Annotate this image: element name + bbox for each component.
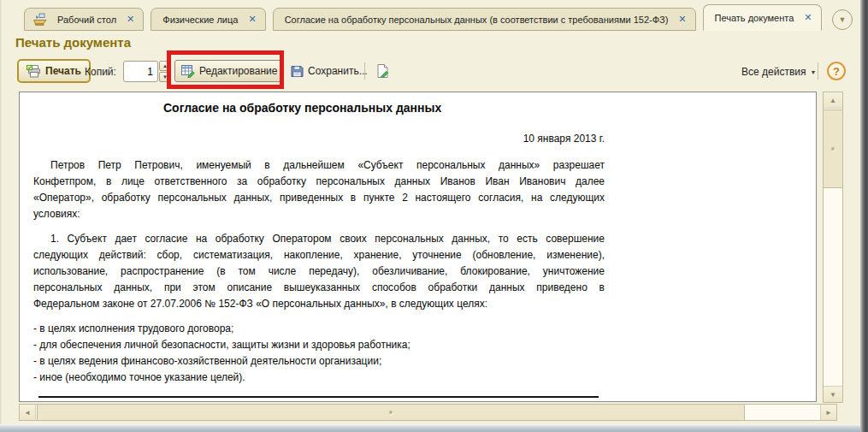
help-button[interactable]: ? (827, 62, 846, 80)
vertical-scrollbar[interactable]: ▲ ▼ (823, 92, 843, 403)
tab-individuals[interactable]: Физические лица ✕ (151, 8, 265, 31)
document-paragraph: Петров Петр Петрович, именуемый в дальне… (33, 157, 816, 222)
document-paragraph: 1. Субъект дает согласие на обработку Оп… (33, 231, 816, 312)
close-icon[interactable]: ✕ (126, 15, 135, 24)
signature-line (38, 396, 599, 398)
toolbar-separator (818, 62, 818, 80)
paragraph-line: «Оператор», обработку персональных данны… (33, 190, 605, 206)
chevron-down-icon: ▼ (810, 69, 816, 75)
document-edit-icon-button[interactable] (370, 60, 393, 82)
page-title: Печать документа (15, 35, 131, 50)
edit-button-label: Редактирование (199, 65, 277, 77)
list-item: - в целях исполнения трудового договора; (33, 321, 816, 337)
vertical-scroll-thumb[interactable] (824, 109, 842, 188)
document-date: 10 января 2013 г. (33, 133, 605, 145)
tab-label: Согласие на обработку персональных данны… (281, 15, 672, 25)
document-preview[interactable]: Согласие на обработку персональных данны… (19, 92, 817, 402)
printer-icon (27, 65, 41, 78)
tab-label: Печать документа (712, 13, 798, 23)
paragraph-line: условиях: (33, 206, 605, 222)
close-icon[interactable]: ✕ (247, 15, 257, 24)
page-pencil-icon (375, 64, 389, 78)
table-edit-icon (181, 64, 195, 78)
tab-print-document[interactable]: Печать документа ✕ (703, 4, 822, 31)
paragraph-line: персональных данных, при этом описание в… (33, 280, 605, 296)
horizontal-scroll-thumb[interactable] (37, 405, 745, 420)
paragraph-line: Конфетпром, в лице ответственного за обр… (33, 174, 605, 190)
copies-label: Копий: (85, 66, 116, 78)
paragraph-line: Петров Петр Петрович, именуемый в дальне… (33, 157, 605, 174)
spin-up-button[interactable]: ▲ (159, 61, 171, 71)
all-actions-button[interactable]: Все действия ▼ (741, 63, 816, 80)
tab-label: Рабочий стол (54, 15, 120, 25)
close-icon[interactable]: ✕ (677, 15, 687, 24)
question-icon: ? (833, 65, 840, 78)
edit-button[interactable]: Редактирование (174, 60, 284, 82)
scroll-up-button[interactable]: ▲ (824, 92, 842, 109)
window-right-edge (860, 0, 868, 432)
floppy-save-icon (291, 65, 304, 78)
tab-label: Физические лица (159, 15, 241, 25)
toolbar-separator (364, 62, 365, 80)
print-button-label: Печать (45, 65, 81, 77)
list-item: - иное (необходимо точное указание целей… (33, 370, 816, 386)
window-left-edge (0, 0, 2, 424)
horizontal-scrollbar[interactable]: ◄ ► (19, 404, 837, 421)
copies-stepper: ▲ ▼ (159, 61, 171, 82)
document-list: - в целях исполнения трудового договора;… (33, 321, 816, 386)
copies-input-box (123, 61, 158, 82)
scroll-down-button[interactable]: ▼ (824, 386, 842, 402)
paragraph-line: использование, распространение (в том чи… (33, 263, 605, 280)
paragraph-line: следующих действий: сбор, систематизация… (33, 247, 605, 263)
tab-desktop[interactable]: Рабочий стол ✕ (24, 8, 144, 31)
desktop-icon (32, 13, 48, 27)
copies-input[interactable] (124, 62, 157, 81)
tab-consent-form[interactable]: Согласие на обработку персональных данны… (273, 8, 696, 31)
chevron-down-icon: ▼ (839, 15, 847, 24)
thumb-grip-dot (831, 147, 835, 151)
window-bottom-edge (0, 424, 868, 432)
thumb-grip-dot (389, 411, 393, 414)
document-title: Согласие на обработку персональных данны… (163, 101, 816, 115)
print-button[interactable]: Печать (17, 59, 91, 83)
list-item: - для обеспечения личной безопасности, з… (33, 337, 816, 353)
scroll-right-button[interactable]: ► (820, 405, 836, 420)
save-button-label: Сохранить... (308, 65, 368, 77)
list-item: - в целях ведения финансово-хозяйственно… (33, 353, 816, 370)
save-button[interactable]: Сохранить... (286, 60, 373, 82)
tab-overflow-button[interactable]: ▼ (832, 9, 853, 30)
tab-bar: Рабочий стол ✕ Физические лица ✕ Согласи… (24, 4, 822, 31)
scroll-left-button[interactable]: ◄ (20, 405, 36, 420)
paragraph-line: 1. Субъект дает согласие на обработку Оп… (33, 231, 605, 247)
paragraph-line: Федеральном законе от 27.07.2006 № 152-Ф… (33, 296, 605, 312)
all-actions-label: Все действия (741, 66, 806, 78)
close-icon[interactable]: ✕ (803, 13, 812, 22)
document-content: Согласие на обработку персональных данны… (20, 92, 816, 398)
spin-down-button[interactable]: ▼ (159, 72, 171, 82)
